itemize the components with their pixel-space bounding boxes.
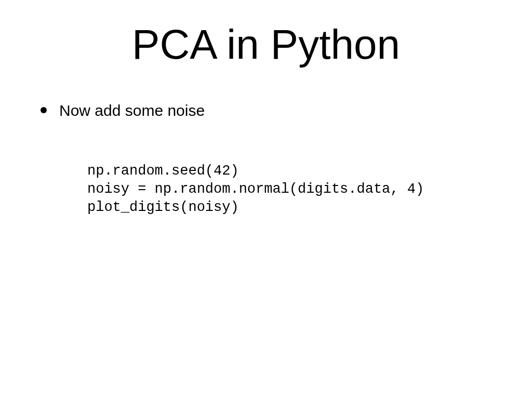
bullet-item: Now add some noise: [41, 100, 501, 122]
code-line-1: np.random.seed(42): [87, 163, 239, 179]
bullet-text: Now add some noise: [59, 100, 205, 122]
slide-container: PCA in Python Now add some noise np.rand…: [0, 0, 532, 399]
bullet-icon: [41, 107, 47, 113]
code-line-2: noisy = np.random.normal(digits.data, 4): [87, 181, 424, 197]
code-block: np.random.seed(42) noisy = np.random.nor…: [87, 162, 501, 217]
code-line-3: plot_digits(noisy): [87, 200, 239, 215]
slide-title: PCA in Python: [31, 21, 501, 69]
